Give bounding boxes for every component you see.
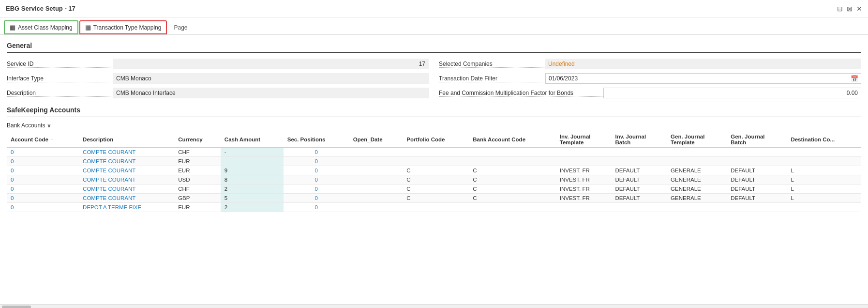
- cell-cash-amount: 2: [221, 185, 284, 194]
- selected-companies-row: Selected Companies Undefined: [439, 58, 861, 70]
- cell-inv-journal-batch: [611, 203, 667, 212]
- cell-cash-amount: 2: [221, 203, 284, 212]
- cell-account-code: 0: [7, 203, 79, 212]
- general-section: General Service ID 17 Interface Type CMB…: [7, 42, 861, 99]
- cell-sec-positions: 0: [284, 157, 349, 166]
- table-row[interactable]: 0COMPTE COURANTGBP50CCINVEST. FRDEFAULTG…: [7, 194, 861, 203]
- window-controls: ⊟ ⊠ ✕: [837, 5, 862, 13]
- cell-gen-journal-template: GENERALE: [667, 185, 727, 194]
- cell-portfolio-code: C: [403, 175, 469, 185]
- general-section-title: General: [7, 42, 861, 49]
- cell-inv-journal-batch: DEFAULT: [611, 175, 667, 185]
- table-row[interactable]: 0COMPTE COURANTCHF20CCINVEST. FRDEFAULTG…: [7, 185, 861, 194]
- bank-accounts-label: Bank Accounts: [7, 122, 45, 129]
- bottom-scrollbar[interactable]: [0, 304, 868, 308]
- cell-currency: CHF: [174, 185, 221, 194]
- cell-bank-account-code: [469, 148, 556, 157]
- cell-sec-positions: 0: [284, 194, 349, 203]
- cell-inv-journal-template: [556, 157, 612, 166]
- cell-inv-journal-batch: DEFAULT: [611, 194, 667, 203]
- cell-destination-co: L: [787, 185, 861, 194]
- tab-page[interactable]: Page: [168, 21, 193, 34]
- cell-portfolio-code: C: [403, 185, 469, 194]
- table-row[interactable]: 0COMPTE COURANTUSD80CCINVEST. FRDEFAULTG…: [7, 175, 861, 185]
- cell-bank-account-code: C: [469, 175, 556, 185]
- cell-description: COMPTE COURANT: [79, 148, 174, 157]
- cell-cash-amount: 9: [221, 166, 284, 175]
- service-id-label: Service ID: [7, 61, 113, 68]
- calendar-icon[interactable]: 📅: [848, 74, 861, 83]
- bank-accounts-chevron: ∨: [47, 122, 51, 129]
- table-row[interactable]: 0COMPTE COURANTEUR90CCINVEST. FRDEFAULTG…: [7, 166, 861, 175]
- cell-gen-journal-template: GENERALE: [667, 166, 727, 175]
- window-title: EBG Service Setup - 17: [6, 5, 75, 12]
- scrollbar-thumb: [2, 306, 31, 308]
- transaction-date-label: Transaction Date Filter: [439, 75, 545, 82]
- close-button[interactable]: ✕: [856, 5, 862, 13]
- cell-inv-journal-template: INVEST. FR: [556, 175, 612, 185]
- th-bank-account-code: Bank Account Code: [469, 132, 556, 148]
- cell-portfolio-code: C: [403, 166, 469, 175]
- cell-account-code: 0: [7, 148, 79, 157]
- cell-currency: EUR: [174, 203, 221, 212]
- cell-open-date: [349, 175, 403, 185]
- cell-open-date: [349, 185, 403, 194]
- maximize-button[interactable]: ⊠: [847, 5, 853, 13]
- cell-portfolio-code: [403, 157, 469, 166]
- cell-inv-journal-batch: DEFAULT: [611, 166, 667, 175]
- cell-cash-amount: 5: [221, 194, 284, 203]
- cell-cash-amount: 8: [221, 175, 284, 185]
- cell-bank-account-code: C: [469, 185, 556, 194]
- table-row[interactable]: 0COMPTE COURANTCHF-0: [7, 148, 861, 157]
- table-body: 0COMPTE COURANTCHF-00COMPTE COURANTEUR-0…: [7, 148, 861, 212]
- cell-sec-positions: 0: [284, 203, 349, 212]
- minimize-button[interactable]: ⊟: [837, 5, 843, 13]
- bank-accounts-table: Account Code ↑ Description Currency Cash…: [7, 132, 861, 212]
- safekeeping-section: SafeKeeping Accounts Bank Accounts ∨ Acc…: [7, 106, 861, 212]
- cell-cash-amount: -: [221, 157, 284, 166]
- cell-inv-journal-template: [556, 203, 612, 212]
- cell-bank-account-code: C: [469, 166, 556, 175]
- cell-currency: CHF: [174, 148, 221, 157]
- th-currency: Currency: [174, 132, 221, 148]
- table-row[interactable]: 0COMPTE COURANTEUR-0: [7, 157, 861, 166]
- transaction-date-value[interactable]: 01/06/2023 📅: [545, 73, 861, 84]
- bank-accounts-header[interactable]: Bank Accounts ∨: [7, 122, 861, 129]
- cell-destination-co: L: [787, 166, 861, 175]
- th-gen-journal-batch: Gen. JournalBatch: [727, 132, 787, 148]
- th-inv-journal-batch: Inv. JournalBatch: [611, 132, 667, 148]
- cell-inv-journal-batch: DEFAULT: [611, 185, 667, 194]
- cell-inv-journal-template: INVEST. FR: [556, 185, 612, 194]
- tab-transaction-type[interactable]: ▦ Transaction Type Mapping: [79, 20, 167, 34]
- tabs-row: ▦ Asset Class Mapping ▦ Transaction Type…: [0, 17, 868, 35]
- interface-type-value: CMB Monaco: [113, 73, 429, 84]
- cell-description: COMPTE COURANT: [79, 194, 174, 203]
- cell-inv-journal-batch: [611, 157, 667, 166]
- th-description: Description: [79, 132, 174, 148]
- cell-currency: EUR: [174, 157, 221, 166]
- description-label: Description: [7, 90, 113, 97]
- cell-inv-journal-template: [556, 148, 612, 157]
- tab-asset-class[interactable]: ▦ Asset Class Mapping: [4, 20, 78, 34]
- cell-sec-positions: 0: [284, 185, 349, 194]
- table-row[interactable]: 0DEPOT A TERME FIXEEUR20: [7, 203, 861, 212]
- cell-open-date: [349, 194, 403, 203]
- service-id-row: Service ID 17: [7, 58, 429, 70]
- cell-gen-journal-template: GENERALE: [667, 175, 727, 185]
- fee-commission-value[interactable]: 0.00: [603, 88, 861, 98]
- cell-description: COMPTE COURANT: [79, 166, 174, 175]
- cell-currency: USD: [174, 175, 221, 185]
- cell-account-code: 0: [7, 185, 79, 194]
- general-right-col: Selected Companies Undefined Transaction…: [439, 58, 861, 99]
- cell-portfolio-code: [403, 203, 469, 212]
- interface-type-label: Interface Type: [7, 75, 113, 82]
- table-header-row: Account Code ↑ Description Currency Cash…: [7, 132, 861, 148]
- safekeeping-divider: [7, 117, 861, 117]
- tab-page-label: Page: [174, 24, 187, 31]
- description-value: CMB Monaco Interface: [113, 88, 429, 98]
- th-portfolio-code: Portfolio Code: [403, 132, 469, 148]
- tab-transaction-type-label: Transaction Type Mapping: [93, 24, 162, 31]
- cell-gen-journal-template: GENERALE: [667, 194, 727, 203]
- cell-portfolio-code: C: [403, 194, 469, 203]
- fee-commission-label: Fee and Commission Multiplication Factor…: [439, 90, 603, 97]
